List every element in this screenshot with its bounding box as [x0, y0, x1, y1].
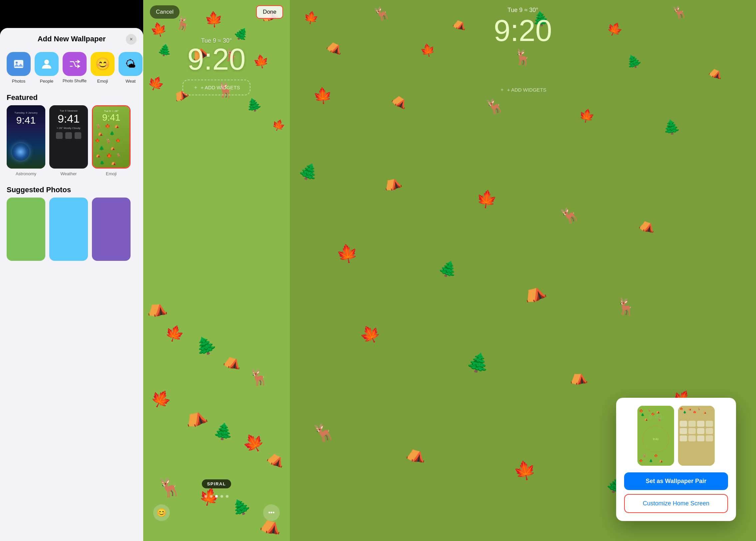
- suggested-item-green[interactable]: [7, 198, 45, 261]
- weather-type-icon: 🌤: [119, 52, 143, 76]
- modal: Add New Wallpaper × Photos: [0, 28, 143, 541]
- astronomy-date: Tuesday, 9 January: [7, 111, 45, 114]
- suggested-grid: [0, 198, 143, 261]
- svg-rect-0: [14, 60, 23, 68]
- featured-item-astronomy[interactable]: Tuesday, 9 January 9:41 Astronomy: [7, 105, 45, 176]
- weather-thumb-icons: [56, 132, 81, 139]
- more-button[interactable]: •••: [263, 504, 280, 521]
- astronomy-time: 9:41: [7, 115, 45, 126]
- weather-thumb-info: ≈ 28° Mostly Cloudy: [57, 127, 80, 130]
- more-icon: •••: [268, 509, 275, 516]
- emoji-featured-label: Emoji: [106, 171, 117, 176]
- weather-thumb-time: 9:41: [58, 112, 80, 125]
- dot-3: [215, 495, 218, 498]
- spiral-label: SPIRAL: [202, 479, 231, 488]
- featured-item-weather[interactable]: Tue 9 Varanasi 9:41 ≈ 28° Mostly Cloudy …: [49, 105, 88, 176]
- weather-thumb-date: Tue 9 Varanasi: [60, 109, 77, 112]
- dot-5: [226, 495, 228, 498]
- wallpaper-type-people[interactable]: People: [35, 52, 59, 84]
- lock-icons-row: 😊 •••: [153, 504, 280, 521]
- home-add-widgets-icon: ＋: [500, 87, 505, 93]
- lock-top-bar: Cancel Done: [143, 0, 290, 24]
- preview-home-screen: 🍁 ⛺ 🦌 🌲 🍁 ⛺: [678, 406, 715, 466]
- lock-overlay: Cancel Done Tue 9 ≈ 30° 9:20 ＋ + ADD WID…: [143, 0, 290, 541]
- wallpaper-types-row: Photos People Photo Shuffle: [0, 47, 143, 89]
- wallpaper-type-emoji[interactable]: 😊 Emoji: [91, 52, 115, 84]
- shuffle-icon: [63, 52, 87, 76]
- add-widgets-icon: ＋: [193, 84, 198, 91]
- weather-label-text: Weather: [61, 171, 77, 176]
- home-time-big: 9:20: [290, 14, 756, 48]
- emoji-label: Emoji: [97, 79, 108, 84]
- lock-time-big: 9:20: [187, 44, 245, 74]
- wallpaper-type-photos[interactable]: Photos: [7, 52, 31, 84]
- set-wallpaper-pair-button[interactable]: Set as Wallpaper Pair: [624, 472, 728, 490]
- featured-grid: Tuesday, 9 January 9:41 Astronomy Tue 9 …: [0, 105, 143, 182]
- close-icon: ×: [130, 36, 133, 42]
- action-sheet: 🍁 🦌 ⛺ 🌲 🍁 ⛺ 🦌 9:41 🍁: [616, 398, 736, 521]
- featured-section-title: Featured: [0, 89, 143, 105]
- weather-label: Weat: [126, 79, 136, 84]
- add-wallpaper-panel: Add New Wallpaper × Photos: [0, 0, 143, 541]
- suggested-item-blue[interactable]: [49, 198, 88, 261]
- wallpaper-type-shuffle[interactable]: Photo Shuffle: [63, 52, 87, 84]
- emoji-thumb: Tue 9 ☆ 28° 9:41 🦌 🍁 ⛺ ⛺ 🌲 🍁 🦌 🍁 🌲 ⛺: [92, 105, 131, 169]
- emoji-background: 🍁 🦌 🍁 🌲 ⛺ 🌲 ⛺ 🦌 🍁 🍁 ⛺ 🦌 🌲 🍁 ⛺ 🍁 🌲 ⛺ 🦌 🍁 …: [143, 0, 290, 541]
- dot-1: [204, 495, 207, 498]
- home-widgets-area[interactable]: ＋ + ADD WIDGETS: [290, 87, 756, 93]
- astronomy-thumb: Tuesday, 9 January 9:41: [7, 105, 45, 169]
- home-top-bar: Tue 9 ≈ 30° 9:20: [290, 7, 756, 48]
- featured-item-emoji[interactable]: Tue 9 ☆ 28° 9:41 🦌 🍁 ⛺ ⛺ 🌲 🍁 🦌 🍁 🌲 ⛺: [92, 105, 131, 176]
- home-add-widgets-label: + ADD WIDGETS: [507, 87, 547, 93]
- preview-time: 9:41: [637, 412, 674, 421]
- home-background: 🍁 🦌 ⛺ 🌲 🍁 🦌 ⛺ 🍁 🦌 🌲 ⛺ 🍁 ⛺ 🦌 🍁 🌲 🌲 ⛺ 🍁 🦌 …: [290, 0, 756, 541]
- photos-icon: [7, 52, 31, 76]
- weather-thumb-inner: Tue 9 Varanasi 9:41 ≈ 28° Mostly Cloudy: [49, 105, 88, 169]
- lock-screen-panel: 🍁 🦌 🍁 🌲 ⛺ 🌲 ⛺ 🦌 🍁 🍁 ⛺ 🦌 🌲 🍁 ⛺ 🍁 🌲 ⛺ 🦌 🍁 …: [143, 0, 290, 541]
- svg-point-3: [44, 60, 49, 64]
- wallpaper-pair-preview: 🍁 🦌 ⛺ 🌲 🍁 ⛺ 🦌 9:41 🍁: [624, 406, 728, 466]
- svg-point-2: [16, 62, 18, 64]
- photos-label: Photos: [12, 79, 25, 84]
- emoji-icon: 😊: [157, 508, 167, 517]
- home-date-text: Tue 9 ≈ 30°: [290, 7, 756, 14]
- dot-2: [210, 495, 212, 498]
- suggested-item-purple[interactable]: [92, 198, 131, 261]
- cancel-button[interactable]: Cancel: [150, 5, 180, 19]
- astronomy-label: Astronomy: [16, 171, 36, 176]
- preview-lock-screen: 🍁 🦌 ⛺ 🌲 🍁 ⛺ 🦌 9:41 🍁: [637, 406, 674, 466]
- lock-dots: [204, 495, 228, 498]
- people-icon: [35, 52, 59, 76]
- modal-title: Add New Wallpaper: [38, 35, 106, 43]
- home-screen-panel: 🍁 🦌 ⛺ 🌲 🍁 🦌 ⛺ 🍁 🦌 🌲 ⛺ 🍁 ⛺ 🦌 🍁 🌲 🌲 ⛺ 🍁 🦌 …: [290, 0, 756, 541]
- lock-widgets-area[interactable]: ＋ + ADD WIDGETS: [183, 80, 251, 95]
- add-widgets-label: + ADD WIDGETS: [201, 85, 240, 90]
- customize-home-screen-button[interactable]: Customize Home Screen: [624, 494, 728, 513]
- emoji-type-icon: 😊: [91, 52, 115, 76]
- modal-header: Add New Wallpaper ×: [0, 28, 143, 47]
- done-button[interactable]: Done: [256, 5, 283, 19]
- dot-4: [220, 495, 223, 498]
- emoji-button[interactable]: 😊: [153, 504, 170, 521]
- wallpaper-type-weather[interactable]: 🌤 Weat: [119, 52, 143, 84]
- lock-bottom: SPIRAL 😊 •••: [153, 479, 280, 521]
- close-button[interactable]: ×: [126, 34, 137, 45]
- suggested-section-title: Suggested Photos: [0, 182, 143, 198]
- lock-date-time: Tue 9 ≈ 30° 9:20: [187, 37, 245, 74]
- weather-thumb: Tue 9 Varanasi 9:41 ≈ 28° Mostly Cloudy: [49, 105, 88, 169]
- people-label: People: [40, 79, 53, 84]
- shuffle-label: Photo Shuffle: [63, 79, 87, 84]
